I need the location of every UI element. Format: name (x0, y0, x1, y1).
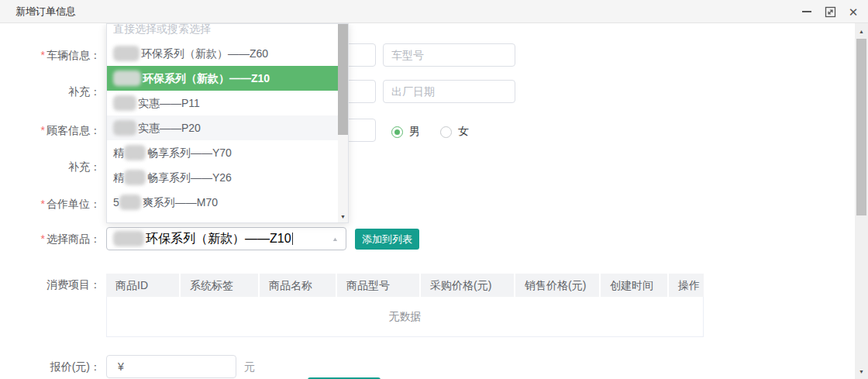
redacted-brand (113, 71, 141, 86)
vertical-scrollbar[interactable]: ▲ ▼ (855, 23, 868, 379)
product-select-value: 环保系列（新款）——Z10 (146, 231, 291, 247)
dropdown-option-list: 直接选择或搜索选择环保系列（新款）——Z60环保系列（新款）——Z10实惠——P… (107, 23, 339, 215)
radio-female-label: 女 (458, 125, 469, 139)
dropdown-scroll-down-icon[interactable]: ▼ (338, 214, 348, 219)
product-dropdown: 直接选择或搜索选择环保系列（新款）——Z60环保系列（新款）——Z10实惠——P… (106, 23, 349, 223)
radio-male-label: 男 (409, 125, 420, 139)
redacted-brand (113, 46, 140, 61)
scroll-down-icon[interactable]: ▼ (855, 365, 868, 377)
dropdown-scrollbar-thumb[interactable] (338, 24, 348, 135)
close-icon: ✕ (849, 6, 859, 18)
select-product-label: *选择商品： (0, 227, 101, 250)
maximize-icon (825, 6, 836, 18)
add-to-list-button[interactable]: 添加到列表 (355, 229, 419, 250)
dropdown-option: 直接选择或搜索选择 (107, 23, 339, 41)
dropdown-option[interactable]: 环保系列（新款）——Z60 (107, 41, 339, 66)
minimize-icon (802, 11, 811, 12)
required-mark: * (41, 124, 45, 136)
product-select[interactable]: 环保系列（新款）——Z10 ▲ (106, 227, 346, 250)
required-mark: * (41, 233, 45, 245)
consumption-items-label: 消费项目： (0, 273, 101, 296)
customer-info-label: *顾客信息： (0, 119, 101, 142)
option-prefix-text: 5 (113, 190, 119, 215)
table-header-cell: 操作 (669, 274, 704, 297)
window-controls: ✕ (800, 0, 860, 23)
redacted-brand (113, 120, 136, 136)
option-label: 爽系列——M70 (143, 190, 218, 215)
table-header-cell: 销售价格(元) (515, 274, 601, 297)
scroll-up-icon[interactable]: ▲ (855, 25, 868, 37)
option-prefix-text: 精 (113, 165, 124, 190)
minimize-button[interactable] (800, 5, 814, 19)
dropdown-scrollbar[interactable]: ▼ (338, 24, 348, 222)
supplement1-label: 补充： (0, 80, 101, 103)
consumption-items-table: 商品ID系统标签商品名称商品型号采购价格(元)销售价格(元)创建时间操作 无数据 (106, 274, 704, 337)
table-header-cell: 系统标签 (181, 274, 260, 297)
maximize-button[interactable] (823, 5, 837, 19)
dropdown-option[interactable]: 环保系列（新款）——Z10 (107, 66, 339, 91)
dropdown-option[interactable]: 实惠——P11 (107, 91, 339, 115)
option-label: 实惠——P11 (138, 91, 200, 115)
option-label: 环保系列（新款）——Z10 (143, 66, 270, 91)
table-header-cell: 采购价格(元) (421, 274, 515, 297)
required-mark: * (41, 198, 45, 210)
gender-radio-group: 男 女 (391, 125, 469, 139)
scrollbar-thumb[interactable] (856, 39, 866, 215)
option-label: 实惠——P20 (138, 115, 201, 140)
close-button[interactable]: ✕ (846, 5, 860, 19)
table-header-cell: 创建时间 (601, 274, 669, 297)
quote-input[interactable] (106, 355, 236, 378)
table-header-cell: 商品名称 (260, 274, 337, 297)
table-header-row: 商品ID系统标签商品名称商品型号采购价格(元)销售价格(元)创建时间操作 (106, 274, 704, 297)
redacted-brand (124, 145, 146, 160)
partner-label: *合作单位： (0, 192, 101, 215)
table-header-cell: 商品ID (106, 274, 181, 297)
dropdown-option[interactable]: 实惠——P20 (107, 115, 339, 140)
radio-female-circle (440, 126, 452, 138)
modal-titlebar: 新增订单信息 ✕ (0, 0, 868, 23)
table-header-cell: 商品型号 (337, 274, 421, 297)
option-label: 畅享系列——Y26 (147, 165, 232, 190)
option-label: 直接选择或搜索选择 (113, 23, 211, 41)
table-empty-row: 无数据 (106, 297, 704, 337)
supplement2-label: 补充： (0, 155, 101, 178)
redacted-brand (113, 95, 136, 111)
vehicle-model-input[interactable] (383, 43, 515, 67)
radio-male[interactable]: 男 (391, 125, 420, 139)
option-label: 环保系列（新款）——Z60 (141, 41, 268, 66)
text-caret (292, 233, 293, 245)
redacted-brand (124, 170, 146, 185)
vehicle-info-label: *车辆信息： (0, 43, 101, 67)
dropdown-option[interactable]: 精畅享系列——Y70 (107, 140, 339, 165)
required-mark: * (41, 49, 45, 61)
option-prefix-text: 精 (113, 140, 124, 165)
modal-title: 新增订单信息 (16, 5, 76, 19)
radio-male-circle (391, 126, 403, 138)
dropdown-option[interactable]: 5爽系列——M70 (107, 190, 339, 215)
radio-female[interactable]: 女 (440, 125, 469, 139)
factory-date-input[interactable] (383, 80, 515, 103)
dropdown-option[interactable]: 精畅享系列——Y26 (107, 165, 339, 190)
currency-symbol: ¥ (118, 355, 124, 378)
quote-label: 报价(元)： (0, 355, 101, 378)
redacted-brand (113, 231, 144, 246)
empty-data-text: 无数据 (389, 310, 422, 324)
chevron-up-icon: ▲ (332, 236, 339, 243)
unit-text: 元 (244, 355, 255, 378)
option-label: 畅享系列——Y70 (147, 140, 232, 165)
redacted-brand (119, 195, 141, 210)
